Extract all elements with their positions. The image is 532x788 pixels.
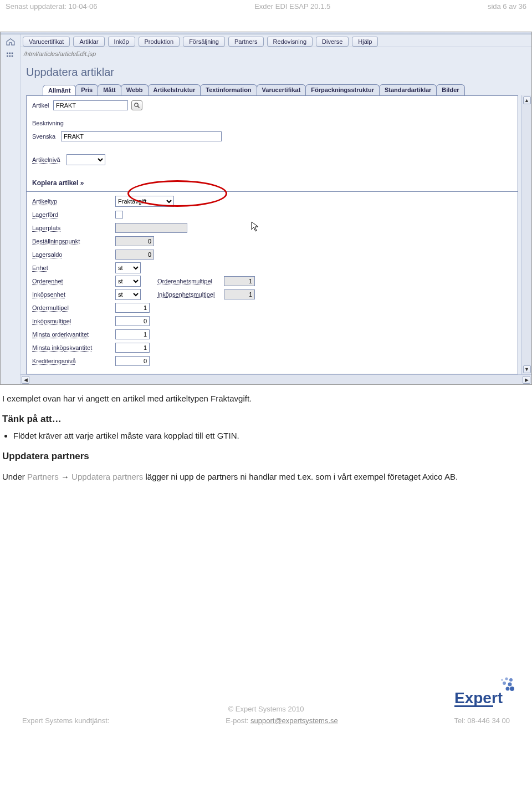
bullet-1: Flödet kräver att varje artikel måste va… [13, 430, 530, 441]
menu-partners[interactable]: Partners [228, 37, 264, 47]
svg-rect-0 [7, 53, 8, 54]
footer-center: E-post: support@expertsystems.se [226, 716, 338, 725]
divider [27, 191, 518, 192]
tab-matt[interactable]: Mått [98, 84, 121, 95]
minsta-orderkv-input[interactable] [115, 329, 150, 339]
menu-produktion[interactable]: Produktion [139, 37, 180, 47]
tab-strip: Allmänt Pris Mått Webb Artikelstruktur T… [21, 84, 531, 95]
inkopsenhet-select[interactable]: st [115, 289, 141, 300]
p2-mid: lägger ni upp de partners ni handlar med… [143, 472, 458, 481]
scroll-left-icon[interactable]: ◀ [22, 376, 29, 384]
tab-pris[interactable]: Pris [75, 84, 98, 95]
footer-copyright: © Expert Systems 2010 [22, 705, 510, 713]
tab-textinformation[interactable]: Textinformation [200, 84, 257, 95]
svg-point-14 [506, 687, 510, 690]
footer-email-prefix: E-post: [226, 716, 250, 725]
orderenhet-select[interactable]: st [115, 276, 141, 287]
artikelniva-select[interactable] [66, 154, 105, 165]
svg-rect-3 [7, 55, 8, 57]
menu-hjalp[interactable]: Hjälp [352, 37, 378, 47]
tab-varucertifikat[interactable]: Varucertifikat [257, 84, 306, 95]
svg-point-13 [510, 687, 514, 691]
expert-logo: Expert [454, 677, 515, 710]
horizontal-scrollbar[interactable]: ◀ ▶ [21, 374, 531, 384]
enhet-label: Enhet [32, 265, 115, 271]
minsta-inkopskv-label: Minsta inköpskvantitet [32, 344, 115, 351]
svg-rect-5 [11, 55, 13, 57]
p2-prefix: Under [2, 472, 27, 481]
artikel-input[interactable] [53, 100, 128, 110]
lagersaldo-label: Lagersaldo [32, 251, 115, 258]
svg-text:Expert: Expert [454, 689, 503, 706]
tab-webb[interactable]: Webb [121, 84, 149, 95]
svg-point-10 [509, 678, 513, 682]
scroll-up-icon[interactable]: ▲ [523, 96, 531, 104]
grid-icon[interactable] [6, 51, 16, 61]
artikel-label: Artikel [32, 102, 53, 109]
home-icon[interactable] [6, 38, 16, 48]
lagersaldo-input[interactable] [115, 250, 154, 260]
ordermultipel-input[interactable] [115, 303, 150, 313]
svg-rect-4 [9, 55, 11, 57]
menu-inkop[interactable]: Inköp [108, 37, 135, 47]
tab-forpackningsstruktur[interactable]: Förpackningsstruktur [305, 84, 380, 95]
page-title: Uppdatera artiklar [21, 63, 531, 84]
svg-point-12 [508, 682, 512, 686]
tab-allmant[interactable]: Allmänt [43, 85, 76, 96]
svg-point-6 [135, 103, 138, 106]
orderenhetsmultipel-input[interactable] [224, 276, 255, 286]
krediteringsniva-input[interactable] [115, 356, 150, 366]
paragraph-2: Under Partners → Uppdatera partners lägg… [2, 471, 530, 482]
lagerford-checkbox[interactable] [115, 211, 123, 218]
left-gutter [1, 34, 21, 384]
header-title: Exder EDI ESAP 20.1.5 [254, 2, 330, 11]
app-screenshot: Varucertifikat Artiklar Inköp Produktion… [0, 32, 532, 385]
menu-diverse[interactable]: Diverse [316, 37, 349, 47]
svg-rect-2 [11, 53, 13, 54]
inkopsenhetsmultipel-label: Inköpsenhetsmultipel [157, 291, 224, 298]
url-path: /html/articles/articleEdit.jsp [21, 47, 531, 63]
minsta-inkopskv-input[interactable] [115, 343, 150, 353]
lagerplats-input[interactable] [115, 223, 187, 233]
scroll-right-icon[interactable]: ▶ [523, 376, 530, 384]
tab-panel: Artikel Beskrivning Svenska [26, 95, 518, 374]
svenska-label: Svenska [32, 133, 61, 140]
document-header: Senast uppdaterat: 10-04-06 Exder EDI ES… [0, 0, 532, 15]
svg-line-7 [138, 106, 140, 108]
search-icon[interactable] [131, 100, 142, 110]
artikeltyp-label: Artikeltyp [32, 198, 115, 205]
tab-bilder[interactable]: Bilder [436, 84, 464, 95]
beskrivning-label: Beskrivning [32, 120, 115, 126]
ordermultipel-label: Ordermultipel [32, 304, 115, 311]
body-text: I exemplet ovan har vi angett en artikel… [0, 393, 532, 483]
scroll-down-icon[interactable]: ▼ [523, 365, 531, 373]
svg-point-8 [501, 679, 503, 681]
nav-partners: Partners [27, 472, 59, 481]
inkopsenhetsmultipel-input[interactable] [224, 289, 255, 299]
vertical-scrollbar[interactable]: ▲ ▼ [521, 95, 531, 374]
menu-varucertifikat[interactable]: Varucertifikat [23, 37, 70, 47]
menu-forsaljning[interactable]: Försäljning [183, 37, 225, 47]
svg-rect-1 [9, 53, 11, 54]
header-updated: Senast uppdaterat: 10-04-06 [6, 2, 98, 11]
bestallningspunkt-input[interactable] [115, 236, 154, 246]
menu-artiklar[interactable]: Artiklar [73, 37, 104, 47]
orderenhet-label: Orderenhet [32, 278, 115, 284]
minsta-orderkv-label: Minsta orderkvantitet [32, 331, 115, 338]
menu-redovisning[interactable]: Redovisning [267, 37, 313, 47]
svenska-input[interactable] [61, 131, 222, 141]
tab-standardartiklar[interactable]: Standardartiklar [379, 84, 437, 95]
bestallningspunkt-label: Beställningspunkt [32, 238, 115, 245]
footer-left: Expert Systems kundtjänst: [22, 716, 110, 725]
artikeltyp-select[interactable]: Fraktavgift [115, 196, 174, 207]
svg-point-9 [505, 677, 508, 680]
main-menu: Varucertifikat Artiklar Inköp Produktion… [21, 34, 531, 47]
inkopsmultipel-input[interactable] [115, 316, 150, 326]
header-page: sida 6 av 36 [488, 2, 526, 11]
app-window: Varucertifikat Artiklar Inköp Produktion… [1, 34, 531, 384]
enhet-select[interactable]: st [115, 262, 141, 273]
tab-artikelstruktur[interactable]: Artikelstruktur [148, 84, 201, 95]
footer-email-link[interactable]: support@expertsystems.se [250, 716, 338, 725]
paragraph-1: I exemplet ovan har vi angett en artikel… [2, 393, 530, 404]
copy-article-link[interactable]: Kopiera artikel » [32, 175, 512, 188]
